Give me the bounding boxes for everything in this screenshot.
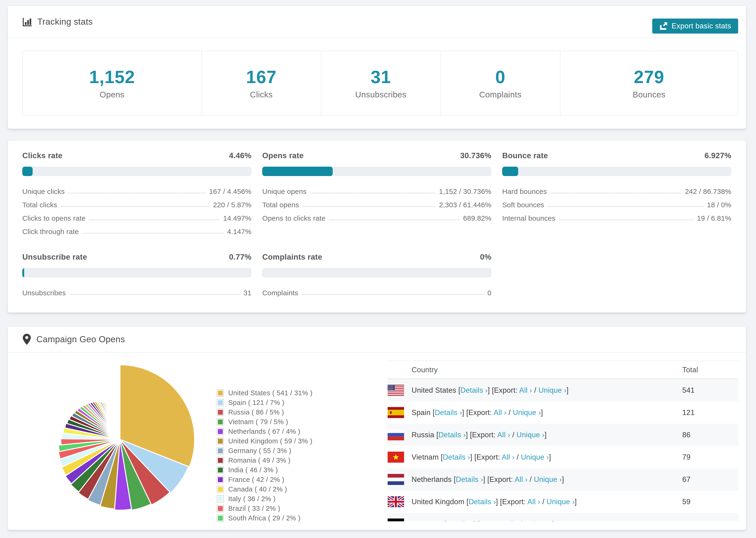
- country-name: Germany: [411, 520, 442, 521]
- tracking-stats-card: Tracking stats Export basic stats 1,152O…: [8, 6, 746, 129]
- export-basic-stats-button[interactable]: Export basic stats: [652, 19, 738, 33]
- rate-block: Unsubscribe rate0.77%Unsubscribes31: [22, 252, 251, 297]
- details-link[interactable]: Details ›: [456, 475, 483, 484]
- legend-label: Germany ( 55 / 3% ): [228, 447, 291, 455]
- legend-item: South Africa ( 29 / 2% ): [217, 513, 312, 523]
- dotted-leader: [70, 294, 240, 295]
- rate-progress-bar: [22, 268, 251, 278]
- stat-label: Hard bounces: [502, 188, 547, 195]
- summary-label: Bounces: [632, 90, 665, 99]
- stat-row: Unique opens1,152 / 30.736%: [262, 182, 491, 195]
- details-link[interactable]: Details ›: [446, 520, 473, 521]
- summary-cell-complaints: 0Complaints: [441, 51, 560, 115]
- country-name: Russia: [411, 431, 434, 439]
- summary-label: Opens: [99, 90, 125, 99]
- export-all-link[interactable]: All ›: [519, 386, 532, 394]
- export-all-link[interactable]: All ›: [494, 408, 507, 417]
- export-all-link[interactable]: All ›: [514, 475, 527, 484]
- rate-percent: 0%: [480, 252, 492, 261]
- legend-item: Canada ( 40 / 2% ): [217, 484, 312, 494]
- rate-percent: 6.927%: [705, 151, 731, 160]
- bracket: ]: [470, 453, 474, 461]
- stat-row: Total opens2,303 / 61.446%: [262, 195, 491, 209]
- legend-label: Netherlands ( 67 / 4% ): [228, 428, 300, 435]
- nl-flag-icon: [388, 474, 404, 485]
- stat-value: 19 / 6.81%: [697, 214, 731, 222]
- details-link[interactable]: Details ›: [469, 498, 496, 506]
- legend-item: Brazil ( 33 / 2% ): [217, 504, 312, 513]
- bracket: ]: [488, 386, 492, 394]
- pie-legend: United States ( 541 / 31% )Spain ( 121 /…: [217, 388, 312, 523]
- rate-block: Clicks rate4.46%Unique clicks167 / 4.456…: [22, 151, 251, 236]
- rate-title: Bounce rate: [502, 151, 548, 160]
- de-flag-icon: [388, 518, 404, 521]
- country-cell: Vietnam [Details ›] [Export: All › / Uni…: [411, 453, 682, 461]
- rate-head: Unsubscribe rate0.77%: [22, 252, 251, 261]
- export-unique-link[interactable]: Unique ›: [513, 408, 541, 417]
- legend-item: Romania ( 49 / 3% ): [217, 456, 312, 465]
- summary-cell-bounces: 279Bounces: [560, 51, 738, 115]
- export-unique-link[interactable]: Unique ›: [521, 453, 549, 461]
- bracket: ]: [541, 408, 543, 417]
- stat-label: Unique opens: [262, 188, 307, 195]
- divider: /: [510, 431, 516, 439]
- legend-swatch: [217, 514, 224, 522]
- dotted-leader: [551, 193, 681, 193]
- country-cell: United States [Details ›] [Export: All ›…: [411, 386, 682, 395]
- legend-swatch: [217, 476, 224, 483]
- export-text: [Export:: [474, 453, 502, 461]
- us-flag-icon: [388, 385, 404, 396]
- stat-value: 18 / 0%: [707, 201, 731, 209]
- bracket: ]: [496, 498, 500, 506]
- export-all-link[interactable]: All ›: [497, 431, 510, 439]
- bracket: [: [433, 408, 435, 417]
- export-unique-link[interactable]: Unique ›: [538, 386, 567, 394]
- total-column-header: Total: [682, 366, 739, 374]
- legend-label: Romania ( 49 / 3% ): [228, 457, 291, 464]
- table-row-es: Spain [Details ›] [Export: All › / Uniqu…: [388, 402, 739, 424]
- export-all-link[interactable]: All ›: [527, 498, 540, 506]
- export-unique-link[interactable]: Unique ›: [516, 431, 545, 439]
- table-row-de: Germany [Details ›] [Export: All › / Uni…: [388, 513, 739, 521]
- legend-item: Germany ( 55 / 3% ): [217, 446, 312, 456]
- country-column-header: Country: [388, 366, 682, 374]
- export-unique-link[interactable]: Unique ›: [524, 520, 553, 521]
- bracket: ]: [466, 431, 470, 439]
- rate-rows: Unique opens1,152 / 30.736%Total opens2,…: [262, 182, 491, 222]
- legend-swatch: [217, 409, 224, 416]
- details-link[interactable]: Details ›: [460, 386, 488, 394]
- stat-label: Unsubscribes: [22, 289, 66, 297]
- summary-cell-clicks: 167Clicks: [201, 51, 321, 115]
- stat-label: Clicks to opens rate: [22, 214, 85, 222]
- stat-value: 167 / 4.456%: [209, 188, 251, 195]
- country-name: United Kingdom: [411, 498, 464, 506]
- legend-swatch: [217, 418, 224, 426]
- dotted-leader: [61, 206, 209, 207]
- summary-cell-unsubscribes: 31Unsubscribes: [321, 51, 441, 115]
- summary-value: 167: [246, 67, 277, 87]
- bar-chart-icon: [22, 17, 32, 27]
- stat-value: 31: [243, 289, 251, 297]
- legend-item: Vietnam ( 79 / 5% ): [217, 417, 312, 427]
- export-all-link[interactable]: All ›: [502, 453, 514, 461]
- bracket: ]: [544, 431, 547, 439]
- details-link[interactable]: Details ›: [438, 431, 465, 439]
- dotted-leader: [89, 219, 219, 220]
- geo-table-rows: United States [Details ›] [Export: All ›…: [388, 379, 739, 521]
- stat-row: Unique clicks167 / 4.456%: [22, 182, 251, 195]
- rate-head: Complaints rate0%: [262, 252, 491, 261]
- divider: /: [518, 520, 524, 521]
- summary-value: 0: [495, 67, 505, 87]
- rate-progress-fill: [502, 167, 518, 176]
- rate-progress-bar: [262, 167, 491, 176]
- details-link[interactable]: Details ›: [443, 453, 470, 461]
- country-name: Spain: [411, 408, 431, 417]
- details-link[interactable]: Details ›: [435, 408, 462, 417]
- export-all-link[interactable]: All ›: [505, 520, 518, 521]
- export-unique-link[interactable]: Unique ›: [547, 498, 575, 506]
- campaign-geo-opens-card: Campaign Geo Opens United States ( 541 /…: [8, 326, 746, 530]
- rate-progress-fill: [22, 268, 24, 278]
- export-unique-link[interactable]: Unique ›: [534, 475, 562, 484]
- rate-head: Bounce rate6.927%: [502, 151, 731, 160]
- legend-label: South Africa ( 29 / 2% ): [228, 514, 300, 522]
